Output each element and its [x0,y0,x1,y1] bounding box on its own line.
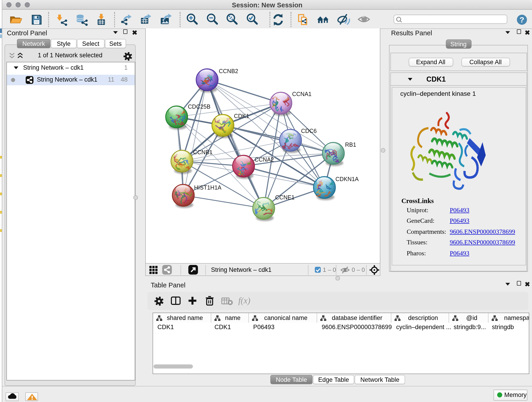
svg-text:?: ? [520,15,525,24]
svg-text:CDKN1A: CDKN1A [335,176,359,182]
svg-text:CCNA1: CCNA1 [292,91,311,97]
svg-text:CDC6: CDC6 [301,128,317,134]
svg-text:CCNA2: CCNA2 [254,156,274,163]
svg-text:HIST1H1A: HIST1H1A [194,184,221,191]
svg-text:CDK1: CDK1 [234,113,249,119]
svg-text:CCNB2: CCNB2 [219,68,238,74]
svg-text:CDC25B: CDC25B [188,103,210,110]
svg-text:CCNB1: CCNB1 [193,149,212,155]
svg-text:CCNE1: CCNE1 [275,194,294,201]
svg-text:RB1: RB1 [345,141,356,148]
